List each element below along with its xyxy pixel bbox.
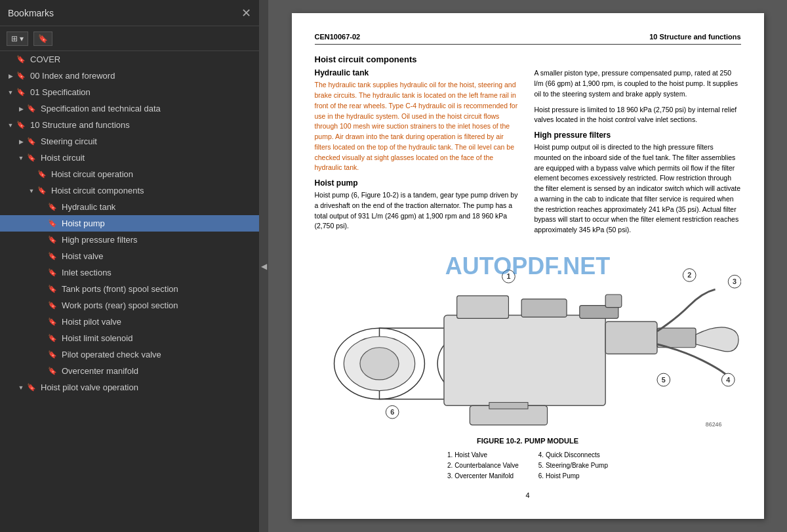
bookmark-icon-high-pressure (47, 235, 58, 244)
figure-area: 1 2 3 4 5 6 (315, 251, 741, 481)
figure-labels-right: 4. Quick Disconnects 5. Steering/Brake P… (538, 450, 608, 481)
bookmark-button[interactable]: 🔖 (33, 31, 52, 46)
hoist-pump-text: Hoist pump (6, Figure 10-2) is a tandem,… (315, 190, 521, 232)
label-3: 3. Overcenter Manifold (447, 471, 519, 481)
bookmark-icon-hoist-limit (47, 334, 58, 342)
header-right: 10 Structure and functions (649, 33, 740, 41)
bookmark-icon-overcenter (47, 367, 58, 375)
expand-arrow-hoist-circuit (16, 155, 26, 161)
bookmark-icon-hoist-comp (37, 186, 47, 195)
page-number: 4 (315, 491, 741, 499)
label-6: 6. Hoist Pump (538, 471, 608, 481)
sidebar-label-work-ports: Work ports (rear) spool section (62, 300, 254, 310)
svg-point-14 (359, 348, 398, 380)
sidebar-label-hoist-limit: Hoist limit solenoid (62, 333, 254, 343)
svg-text:3: 3 (733, 277, 737, 285)
bookmark-icon-spec (16, 88, 26, 96)
sidebar-label-cover: COVER (30, 54, 254, 64)
sidebar-item-hoist-circuit[interactable]: Hoist circuit (0, 150, 259, 166)
sidebar-label-structure: 10 Structure and functions (30, 120, 254, 130)
sidebar-label-index: 00 Index and foreword (30, 71, 254, 81)
sidebar-item-work-ports[interactable]: Work ports (rear) spool section (0, 297, 259, 314)
svg-rect-6 (521, 299, 567, 317)
hydraulic-tank-title: Hydraulic tank (315, 68, 521, 77)
svg-rect-8 (605, 295, 622, 308)
sidebar-item-spec[interactable]: 01 Specification (0, 84, 259, 100)
sidebar-item-spec-tech[interactable]: Specification and technical data (0, 100, 259, 117)
sidebar-item-hoist-op[interactable]: Hoist circuit operation (0, 166, 259, 182)
close-button[interactable]: ✕ (241, 7, 251, 19)
svg-text:4: 4 (726, 376, 730, 384)
sidebar-item-index[interactable]: 00 Index and foreword (0, 68, 259, 84)
sidebar-item-hydraulic-tank[interactable]: Hydraulic tank (0, 199, 259, 215)
bookmark-icon-tank-ports (47, 285, 58, 293)
svg-rect-12 (489, 402, 527, 409)
figure-diagram: 1 2 3 4 5 6 (315, 251, 741, 432)
sidebar-item-hoist-pilot-valve[interactable]: Hoist pilot valve (0, 314, 259, 330)
bookmark-icon-hoist-pump (47, 219, 58, 228)
sidebar-label-high-pressure: High pressure filters (62, 235, 254, 245)
sidebar-item-tank-ports[interactable]: Tank ports (front) spool section (0, 281, 259, 297)
sidebar-label-spec-tech: Specification and technical data (41, 104, 254, 113)
header-left: CEN10067-02 (315, 33, 361, 41)
sidebar-collapse-handle[interactable]: ◀ (259, 0, 268, 532)
sidebar-tree: COVER 00 Index and foreword 01 Specifica… (0, 51, 259, 532)
sidebar-label-overcenter: Overcenter manifold (62, 366, 254, 376)
sidebar-label-hoist-circuit: Hoist circuit (41, 153, 254, 163)
sidebar-item-inlet-sections[interactable]: Inlet sections (0, 264, 259, 281)
sidebar-label-hoist-comp: Hoist circuit components (51, 186, 254, 195)
bookmark-icon-hoist-circuit (26, 153, 37, 162)
label-4: 4. Quick Disconnects (538, 450, 608, 460)
sidebar-item-steering[interactable]: Steering circuit (0, 133, 259, 150)
sidebar-label-tank-ports: Tank ports (front) spool section (62, 284, 254, 294)
right-column: A smaller piston type, pressure compensa… (535, 68, 741, 241)
sidebar-item-cover[interactable]: COVER (0, 51, 259, 68)
bookmark-icon-work-ports (47, 301, 58, 310)
page-header: CEN10067-02 10 Structure and functions (315, 33, 741, 45)
sidebar-label-pilot-check: Pilot operated check valve (62, 350, 254, 359)
expand-arrow-index (5, 73, 16, 79)
expand-arrow-steering (16, 138, 26, 145)
section-title: Hoist circuit components (315, 54, 741, 64)
sidebar-item-pilot-check[interactable]: Pilot operated check valve (0, 346, 259, 363)
expand-arrow-hoist-pilot-op (16, 384, 26, 391)
sidebar-label-hoist-op: Hoist circuit operation (51, 169, 254, 179)
svg-text:2: 2 (687, 271, 691, 279)
right-text-1: Hoist pressure is limited to 18 960 kPa … (535, 105, 741, 126)
figure-caption: FIGURE 10-2. PUMP MODULE (477, 437, 578, 445)
label-1: 1. Hoist Valve (447, 450, 519, 460)
figure-labels: 1. Hoist Valve 2. Counterbalance Valve 3… (447, 450, 608, 481)
sidebar-toolbar: ⊞ ▾ 🔖 (0, 26, 259, 51)
bookmark-icon-hoist-op (37, 170, 47, 178)
doc-page: AUTOPDF.NET CEN10067-02 10 Structure and… (268, 0, 787, 532)
label-2: 2. Counterbalance Valve (447, 460, 519, 471)
sidebar-item-hoist-pilot-op[interactable]: Hoist pilot valve operation (0, 379, 259, 396)
bookmark-icon-spec-tech (26, 104, 37, 113)
hoist-pump-title: Hoist pump (315, 178, 521, 188)
sidebar-item-high-pressure[interactable]: High pressure filters (0, 232, 259, 248)
sidebar-item-hoist-valve[interactable]: Hoist valve (0, 248, 259, 264)
sidebar-item-hoist-comp[interactable]: Hoist circuit components (0, 182, 259, 199)
bookmark-icon-steering (26, 137, 37, 146)
sidebar-label-hoist-pump: Hoist pump (62, 218, 254, 228)
sidebar-item-hoist-limit[interactable]: Hoist limit solenoid (0, 330, 259, 346)
sidebar-header: Bookmarks ✕ (0, 0, 259, 26)
sidebar-label-steering: Steering circuit (41, 136, 254, 146)
svg-rect-10 (656, 328, 695, 348)
sidebar-item-structure[interactable]: 10 Structure and functions (0, 117, 259, 133)
bookmark-icon-structure (16, 121, 26, 129)
label-5: 5. Steering/Brake Pump (538, 460, 608, 471)
bookmark-icon-cover (16, 55, 26, 64)
sidebar-item-overcenter[interactable]: Overcenter manifold (0, 363, 259, 379)
view-toggle-button[interactable]: ⊞ ▾ (7, 31, 28, 46)
svg-rect-5 (456, 296, 508, 318)
two-col-layout: Hydraulic tank The hydraulic tank suppli… (315, 68, 741, 241)
sidebar-item-hoist-pump[interactable]: Hoist pump (0, 215, 259, 232)
left-column: Hydraulic tank The hydraulic tank suppli… (315, 68, 521, 241)
page-wrapper: AUTOPDF.NET CEN10067-02 10 Structure and… (292, 13, 764, 518)
svg-text:5: 5 (661, 376, 665, 384)
svg-text:1: 1 (506, 272, 510, 280)
sidebar-label-spec: 01 Specification (30, 87, 254, 97)
svg-text:6: 6 (390, 408, 394, 416)
sidebar-label-hoist-valve: Hoist valve (62, 251, 254, 261)
